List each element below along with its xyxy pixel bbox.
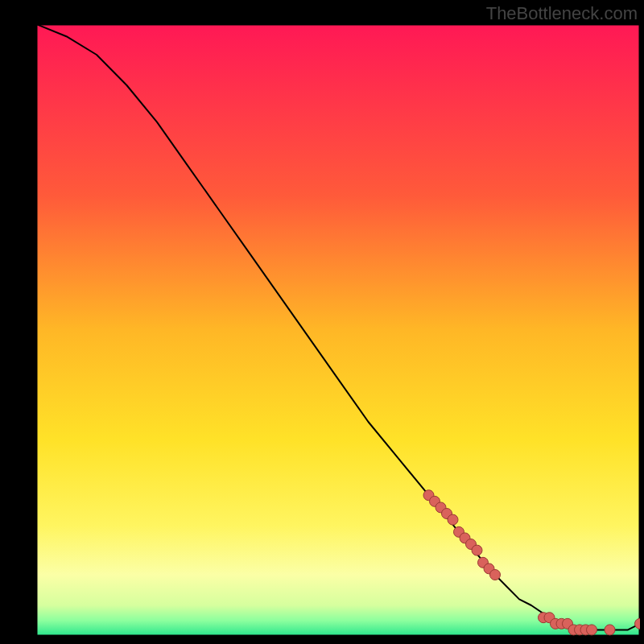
marker-point bbox=[490, 570, 501, 580]
watermark-text: TheBottleneck.com bbox=[486, 3, 638, 24]
marker-point bbox=[605, 625, 615, 635]
marker-point bbox=[448, 514, 458, 525]
svg-rect-0 bbox=[37, 25, 640, 636]
marker-point bbox=[472, 545, 482, 555]
curve-line bbox=[36, 24, 640, 630]
chart-container: TheBottleneck.com bbox=[0, 0, 644, 644]
marker-point bbox=[635, 618, 641, 629]
marker-point bbox=[587, 625, 597, 635]
curve-overlay bbox=[36, 24, 640, 636]
plot-area bbox=[36, 24, 640, 636]
